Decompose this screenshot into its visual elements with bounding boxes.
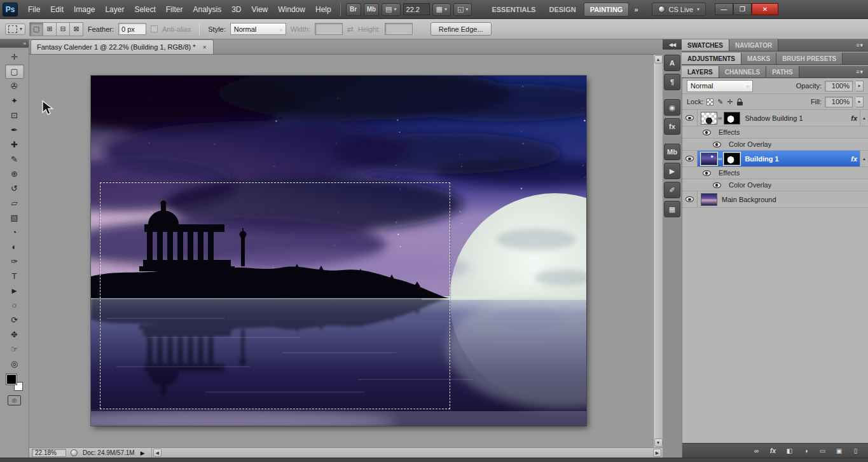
- collapse-effects-arrow[interactable]: [860, 151, 868, 166]
- zoom-level-input[interactable]: [403, 3, 430, 15]
- lock-pixels-icon[interactable]: ✎: [717, 98, 723, 106]
- actions-panel[interactable]: ▶: [664, 163, 680, 179]
- mini-bridge-panel[interactable]: Mb: [664, 144, 680, 160]
- scroll-right-arrow[interactable]: [653, 449, 661, 457]
- tab-masks[interactable]: MASKS: [741, 53, 776, 64]
- scroll-left-arrow[interactable]: [153, 449, 162, 457]
- launch-bridge-button[interactable]: Br: [346, 3, 361, 16]
- layer-row-main[interactable]: ∞ Shadow Building 1 fx: [698, 110, 860, 126]
- new-layer-button[interactable]: ▣: [834, 446, 844, 456]
- zoom-tool[interactable]: ◎: [5, 357, 24, 371]
- layer-row-main-background[interactable]: Main Background: [682, 191, 868, 208]
- tab-close-icon[interactable]: ×: [202, 44, 208, 51]
- menu-image[interactable]: Image: [69, 0, 100, 19]
- menu-view[interactable]: View: [246, 0, 273, 19]
- tab-channels[interactable]: CHANNELS: [719, 66, 767, 78]
- add-layer-mask-button[interactable]: ◧: [785, 446, 794, 456]
- quick-selection-tool[interactable]: ✦: [5, 93, 24, 108]
- layer-thumbnail[interactable]: [701, 153, 717, 165]
- effects-visibility-toggle[interactable]: [699, 130, 714, 135]
- lock-all-icon[interactable]: [737, 99, 743, 105]
- layer-mask-thumbnail[interactable]: [724, 112, 740, 125]
- paragraph-panel[interactable]: ¶: [664, 74, 680, 90]
- type-tool[interactable]: T: [5, 269, 24, 283]
- menu-3d[interactable]: 3D: [226, 0, 246, 19]
- blur-tool[interactable]: ◔: [5, 225, 24, 240]
- clone-source-panel[interactable]: ◉: [664, 99, 680, 116]
- tools-collapse-chevron[interactable]: [0, 39, 29, 48]
- link-layers-button[interactable]: ∞: [752, 446, 761, 456]
- panel-menu-button[interactable]: [851, 39, 868, 51]
- delete-layer-button[interactable]: ▯: [851, 446, 860, 456]
- panel-menu-button[interactable]: [851, 66, 868, 78]
- layer-thumbnail[interactable]: [701, 112, 717, 125]
- rectangular-marquee-tool[interactable]: ▢: [5, 64, 24, 79]
- restore-button[interactable]: ❐: [733, 3, 752, 15]
- histogram-panel[interactable]: ▦: [664, 201, 680, 217]
- new-adjustment-layer-button[interactable]: ◑: [801, 446, 811, 456]
- menu-help[interactable]: Help: [310, 0, 336, 19]
- selection-mode-intersect[interactable]: ⊠: [69, 22, 83, 36]
- menu-analysis[interactable]: Analysis: [188, 0, 226, 19]
- eraser-tool[interactable]: ▱: [5, 196, 24, 210]
- add-layer-style-button[interactable]: fx: [768, 446, 778, 456]
- launch-minibridge-button[interactable]: Mb: [364, 3, 379, 16]
- history-brush-tool[interactable]: ↺: [5, 181, 24, 196]
- path-selection-tool[interactable]: ►: [5, 283, 24, 298]
- layer-row-building-1[interactable]: ∞ Building 1 fx: [682, 151, 868, 167]
- effect-visibility-toggle[interactable]: [709, 182, 724, 188]
- layer-row-shadow-building[interactable]: ∞ Shadow Building 1 fx: [682, 110, 868, 126]
- effects-row[interactable]: Effects: [682, 167, 868, 179]
- layer-mask-link-icon[interactable]: ∞: [718, 115, 722, 121]
- ellipse-tool[interactable]: ○: [5, 298, 24, 313]
- collapse-effects-arrow[interactable]: [860, 110, 868, 126]
- character-panel[interactable]: A: [664, 55, 680, 71]
- selection-mode-subtract[interactable]: ⊟: [56, 22, 70, 36]
- vertical-scrollbar[interactable]: [653, 55, 663, 447]
- dodge-tool[interactable]: ◐: [5, 240, 24, 254]
- effects-row[interactable]: Effects: [682, 126, 868, 139]
- workspace-design[interactable]: DESIGN: [543, 3, 581, 16]
- workspace-overflow-chevron[interactable]: »: [631, 6, 641, 13]
- tab-adjustments[interactable]: ADJUSTMENTS: [682, 53, 741, 64]
- tab-paths[interactable]: PATHS: [766, 66, 799, 78]
- clone-stamp-tool[interactable]: ⊕: [5, 166, 24, 181]
- opacity-value[interactable]: 100%: [825, 81, 853, 92]
- lock-transparency-icon[interactable]: [706, 99, 713, 105]
- color-overlay-row[interactable]: Color Overlay: [682, 139, 868, 151]
- eyedropper-tool[interactable]: ✒: [5, 123, 24, 137]
- scroll-down-arrow[interactable]: [654, 438, 663, 447]
- layer-fx-badge[interactable]: fx: [851, 114, 857, 122]
- menu-edit[interactable]: Edit: [45, 0, 69, 19]
- layer-visibility-toggle[interactable]: [682, 110, 698, 126]
- layer-thumbnail[interactable]: [701, 193, 717, 206]
- view-extras-button[interactable]: ▤: [382, 3, 400, 16]
- lasso-tool[interactable]: ✇: [5, 79, 24, 93]
- effects-visibility-toggle[interactable]: [699, 170, 714, 176]
- gradient-tool[interactable]: ▧: [5, 210, 24, 225]
- layer-mask-link-icon[interactable]: ∞: [718, 156, 722, 162]
- horizontal-scrollbar[interactable]: [151, 448, 663, 458]
- tab-brush-presets[interactable]: BRUSH PRESETS: [776, 53, 843, 64]
- layer-styles-panel[interactable]: fx: [664, 118, 680, 135]
- new-group-button[interactable]: ▭: [818, 446, 827, 456]
- crop-tool[interactable]: ⊡: [5, 108, 24, 123]
- workspace-essentials[interactable]: ESSENTIALS: [486, 3, 541, 16]
- menu-file[interactable]: File: [23, 0, 45, 19]
- layer-fx-badge[interactable]: fx: [851, 155, 857, 163]
- rotate-3d-tool[interactable]: ⟳: [5, 313, 24, 327]
- dock-expand-chevron[interactable]: [663, 39, 682, 50]
- menu-filter[interactable]: Filter: [161, 0, 188, 19]
- refine-edge-button[interactable]: Refine Edge...: [431, 22, 492, 36]
- cs-live-button[interactable]: CS Live: [652, 3, 706, 16]
- layer-row-main[interactable]: Main Background: [698, 191, 868, 207]
- foreground-color-swatch[interactable]: [6, 374, 17, 384]
- document-tab[interactable]: Fantasy Calender 1 @ 22.2% (Building 1, …: [31, 39, 214, 54]
- layer-visibility-toggle[interactable]: [682, 151, 698, 166]
- blend-mode-dropdown[interactable]: Normal: [687, 80, 753, 92]
- menu-window[interactable]: Window: [273, 0, 310, 19]
- hand-tool[interactable]: ☞: [5, 342, 24, 357]
- lock-position-icon[interactable]: ✛: [727, 98, 733, 106]
- tab-navigator[interactable]: NAVIGATOR: [729, 39, 778, 51]
- status-zoom-field[interactable]: 22.18%: [32, 449, 66, 457]
